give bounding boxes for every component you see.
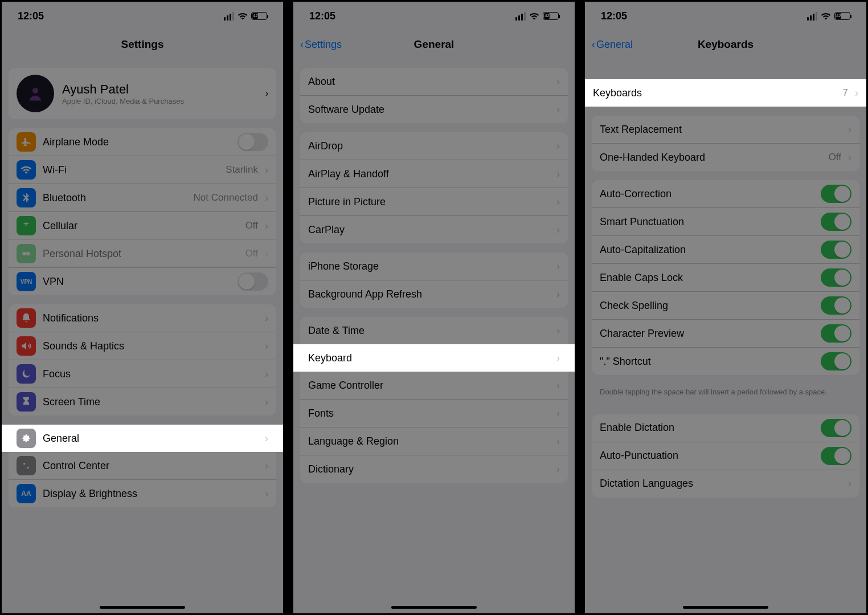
airplane-toggle[interactable] [238, 133, 268, 151]
dictation-row[interactable]: Enable Dictation [592, 414, 859, 442]
vpn-toggle[interactable] [238, 272, 268, 291]
textrepl-row[interactable]: Text Replacement› [592, 116, 859, 143]
back-button[interactable]: ‹ Settings [300, 39, 342, 51]
notifications-row[interactable]: Notifications › [9, 304, 276, 332]
sounds-row[interactable]: Sounds & Haptics › [9, 332, 276, 360]
vpn-row[interactable]: VPN VPN [9, 267, 276, 295]
page-title: Settings [121, 38, 164, 51]
language-row[interactable]: Language & Region› [300, 427, 568, 455]
onehanded-row[interactable]: One-Handed KeyboardOff› [592, 143, 859, 171]
bgrefresh-label: Background App Refresh [308, 288, 550, 300]
wifi-icon [238, 13, 248, 20]
airplay-row[interactable]: AirPlay & Handoff› [300, 160, 568, 188]
page-title: General [414, 38, 455, 51]
chevron-right-icon: › [556, 224, 560, 236]
spellcheck-toggle[interactable] [821, 296, 851, 315]
home-indicator[interactable] [391, 606, 477, 609]
phone-keyboards: 12:05 42 ‹ General Keyboards Keyboards 7… [584, 1, 867, 614]
dictation-toggle[interactable] [821, 419, 851, 437]
focus-row[interactable]: Focus › [9, 360, 276, 388]
dictionary-row[interactable]: Dictionary› [300, 455, 568, 483]
back-button[interactable]: ‹ General [592, 39, 633, 51]
dotshortcut-row[interactable]: "." Shortcut [592, 347, 859, 375]
hourglass-icon [17, 392, 36, 412]
keyboards-label: Keyboards [593, 87, 836, 99]
home-indicator[interactable] [100, 606, 185, 609]
chevron-right-icon: › [265, 88, 268, 99]
status-indicators: 42 [807, 12, 850, 21]
controlcenter-label: Control Center [43, 460, 258, 472]
avatar [17, 75, 54, 112]
gamecontroller-row[interactable]: Game Controller› [300, 372, 568, 399]
spellcheck-label: Check Spelling [600, 300, 814, 312]
screentime-row[interactable]: Screen Time › [9, 388, 276, 416]
capslock-toggle[interactable] [821, 268, 851, 287]
software-update-row[interactable]: Software Update› [300, 95, 568, 123]
profile-card[interactable]: Ayush Patel Apple ID, iCloud, Media & Pu… [9, 68, 276, 119]
status-time: 12:05 [309, 10, 335, 22]
airplane-row[interactable]: Airplane Mode [9, 128, 276, 156]
keyboard-row[interactable]: Keyboard› [300, 344, 568, 372]
svg-point-0 [32, 88, 38, 93]
chevron-right-icon: › [556, 463, 560, 475]
fonts-label: Fonts [308, 408, 550, 419]
chevron-right-icon: › [556, 104, 560, 116]
smartpunct-row[interactable]: Smart Punctuation [592, 207, 859, 235]
autopunct-toggle[interactable] [821, 447, 851, 465]
about-row[interactable]: About› [300, 68, 568, 95]
fonts-row[interactable]: Fonts› [300, 399, 568, 427]
chevron-right-icon: › [556, 408, 560, 419]
dictation-label: Enable Dictation [600, 422, 814, 434]
autopunct-row[interactable]: Auto-Punctuation [592, 442, 859, 470]
dictlang-row[interactable]: Dictation Languages› [592, 470, 859, 498]
dictlang-label: Dictation Languages [600, 478, 841, 490]
display-row[interactable]: AA Display & Brightness › [9, 479, 276, 507]
hotspot-label: Personal Hotspot [43, 248, 239, 260]
capslock-row[interactable]: Enable Caps Lock [592, 263, 859, 291]
chevron-right-icon: › [265, 164, 268, 176]
home-indicator[interactable] [683, 606, 768, 609]
cellular-row[interactable]: Cellular Off › [9, 211, 276, 239]
profile-subtitle: Apple ID, iCloud, Media & Purchases [62, 97, 257, 105]
carplay-row[interactable]: CarPlay› [300, 215, 568, 243]
controlcenter-row[interactable]: Control Center › [9, 452, 276, 479]
smartpunct-toggle[interactable] [821, 213, 851, 231]
autocap-toggle[interactable] [821, 241, 851, 259]
chevron-right-icon: › [265, 396, 268, 408]
hotspot-row[interactable]: Personal Hotspot Off › [9, 239, 276, 267]
keyboard-label: Keyboard [308, 352, 550, 364]
airdrop-label: AirDrop [308, 140, 550, 152]
chevron-right-icon: › [265, 460, 268, 472]
autocap-label: Auto-Capitalization [600, 244, 814, 256]
autocorrect-toggle[interactable] [821, 185, 851, 203]
bluetooth-row[interactable]: Bluetooth Not Connected › [9, 184, 276, 211]
chevron-left-icon: ‹ [592, 39, 595, 51]
keyboards-row[interactable]: Keyboards 7 › [585, 79, 866, 107]
charpreview-row[interactable]: Character Preview [592, 319, 859, 347]
profile-name: Ayush Patel [62, 82, 257, 97]
moon-icon [17, 364, 36, 384]
pip-row[interactable]: Picture in Picture› [300, 188, 568, 215]
airdrop-row[interactable]: AirDrop› [300, 132, 568, 160]
spellcheck-row[interactable]: Check Spelling [592, 291, 859, 319]
charpreview-toggle[interactable] [821, 324, 851, 343]
pip-label: Picture in Picture [308, 196, 550, 208]
datetime-label: Date & Time [308, 325, 550, 337]
person-icon [27, 85, 44, 102]
textrepl-label: Text Replacement [600, 124, 841, 136]
general-row[interactable]: General › [9, 425, 276, 452]
chevron-right-icon: › [848, 478, 851, 490]
autocap-row[interactable]: Auto-Capitalization [592, 235, 859, 263]
autocorrect-row[interactable]: Auto-Correction [592, 180, 859, 207]
nav-bar: Settings [2, 30, 283, 59]
datetime-row[interactable]: Date & Time› [300, 317, 568, 344]
battery-icon: 42 [834, 12, 850, 20]
storage-row[interactable]: iPhone Storage› [300, 252, 568, 280]
bgrefresh-row[interactable]: Background App Refresh› [300, 280, 568, 308]
airplane-icon [17, 132, 36, 152]
dotshortcut-toggle[interactable] [821, 352, 851, 370]
wifi-row[interactable]: Wi-Fi Starlink › [9, 156, 276, 184]
focus-label: Focus [43, 368, 258, 380]
airplane-label: Airplane Mode [43, 136, 231, 148]
about-label: About [308, 76, 550, 88]
